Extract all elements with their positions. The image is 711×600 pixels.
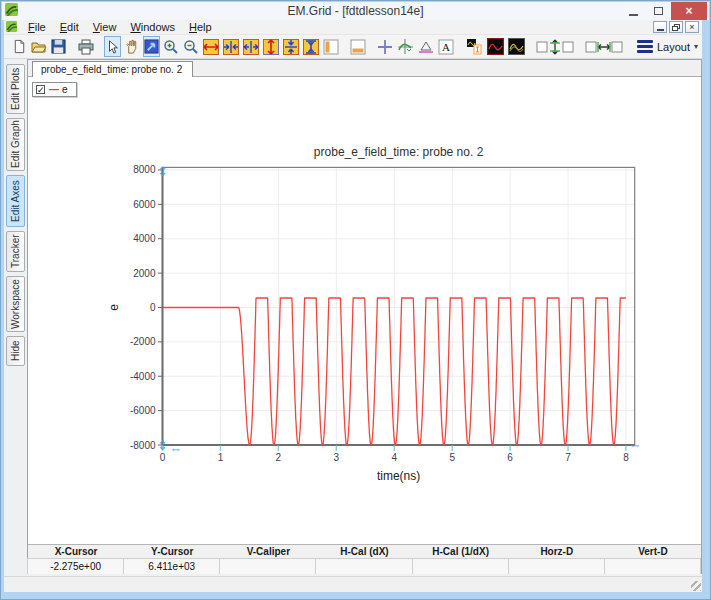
mdi-restore-button[interactable] [669, 21, 683, 33]
sidebar-tab-edit-axes[interactable]: Edit Axes [6, 175, 25, 227]
readout-header-horz-d: Horz-D [509, 545, 605, 558]
dark-plot-red-icon[interactable] [486, 36, 505, 57]
svg-text:2000: 2000 [133, 268, 156, 279]
readout-header-vert-d: Vert-D [605, 545, 701, 558]
legend-checkbox[interactable]: ✓ [36, 85, 45, 94]
plot-tab-strip: probe_e_field_time: probe no. 2 [28, 60, 701, 77]
sidebar-tab-hide[interactable]: Hide [6, 336, 25, 366]
left-margin-icon[interactable] [322, 36, 340, 57]
sidebar-tab-edit-plots[interactable]: Edit Plots [6, 64, 25, 114]
print-icon[interactable] [77, 36, 95, 57]
menu-windows[interactable]: Windows [123, 21, 182, 33]
plot-legend[interactable]: ✓ — e [32, 82, 77, 97]
readout-header-h-cal-1dx: H-Cal (1/dX) [413, 545, 509, 558]
plot-tab[interactable]: probe_e_field_time: probe no. 2 [32, 61, 193, 77]
layout-menu-button[interactable]: Layout ▾ [633, 38, 702, 55]
maximize-button[interactable] [646, 2, 671, 20]
text-label-icon[interactable]: A [437, 36, 455, 57]
readout-value-horz-d [508, 558, 605, 574]
zoom-out-icon[interactable] [182, 36, 200, 57]
svg-text:6000: 6000 [133, 199, 156, 210]
zoom-in-icon[interactable] [162, 36, 180, 57]
svg-text:-4000: -4000 [130, 371, 156, 382]
readout-value-vert-d [604, 558, 701, 574]
select-arrow-icon[interactable] [104, 36, 121, 57]
readout-header-y-cursor: Y-Cursor [124, 545, 220, 558]
app-window: EM.Grid - [fdtdlesson14e] × File Edit Vi… [0, 0, 711, 600]
plot-area[interactable]: 012345678-8000-6000-4000-200002000400060… [28, 78, 701, 544]
tracker-icon[interactable] [396, 36, 415, 57]
fit-y-group-icon[interactable] [535, 36, 575, 57]
mdi-minimize-button[interactable] [653, 21, 667, 33]
scale-x-in-icon[interactable] [242, 36, 260, 57]
pan-hand-icon[interactable] [123, 36, 140, 57]
menu-bar: File Edit View Windows Help × [4, 20, 702, 35]
main-area: Edit Plots Edit Graph Edit Axes Tracker … [4, 59, 702, 576]
sidebar-tab-tracker[interactable]: Tracker [6, 231, 25, 272]
readout-value-v-caliper [219, 558, 316, 574]
document-panel: probe_e_field_time: probe no. 2 01234567… [27, 59, 702, 574]
window-title: EM.Grid - [fdtdlesson14e] [2, 4, 709, 18]
scale-y-out-icon[interactable] [282, 36, 300, 57]
svg-text:A: A [442, 41, 450, 53]
sidebar-tab-edit-graph[interactable]: Edit Graph [6, 118, 25, 171]
menu-help[interactable]: Help [182, 21, 219, 33]
status-bar [4, 576, 702, 592]
expand-y-icon[interactable] [262, 36, 280, 57]
zoom-box-icon[interactable] [143, 36, 160, 57]
legend-line-swatch: — [49, 84, 58, 95]
readout-value-x-cursor: -2.275e+00 [27, 558, 124, 574]
crosshair-icon[interactable] [376, 36, 394, 57]
svg-text:2: 2 [276, 452, 282, 463]
fit-x-group-icon[interactable] [584, 36, 624, 57]
scale-y-in-icon[interactable] [302, 36, 320, 57]
caliper-icon[interactable] [417, 36, 435, 57]
readout-header-h-cal-dx: H-Cal (dX) [316, 545, 412, 558]
x-axis-right-handle-icon[interactable]: ⇔ [628, 437, 641, 452]
document-logo-icon [6, 18, 17, 36]
minimize-button[interactable] [621, 2, 646, 20]
expand-x-icon[interactable] [202, 36, 220, 57]
layout-menu-icon [637, 40, 653, 53]
title-bar[interactable]: EM.Grid - [fdtdlesson14e] × [2, 2, 709, 20]
resize-grip-icon[interactable] [691, 581, 701, 591]
svg-text:0: 0 [160, 452, 166, 463]
close-button[interactable]: × [671, 2, 707, 20]
svg-text:6: 6 [507, 452, 513, 463]
cursor-readout-table: X-Cursor Y-Cursor V-Caliper H-Cal (dX) H… [28, 544, 701, 573]
x-axis-left-handle-icon[interactable]: ⇔ [169, 441, 182, 456]
dropdown-arrow-icon: ▾ [694, 42, 698, 51]
svg-text:-6000: -6000 [130, 405, 156, 416]
open-file-icon[interactable] [30, 36, 48, 57]
svg-text:4000: 4000 [133, 233, 156, 244]
y-axis-top-handle-icon[interactable]: ⇕ [157, 164, 168, 179]
svg-text:8: 8 [623, 452, 629, 463]
toolbar: A Layout ▾ [4, 35, 702, 59]
dark-plot-yellow-icon[interactable] [507, 36, 526, 57]
mdi-close-button[interactable]: × [685, 21, 699, 33]
bottom-margin-icon[interactable] [349, 36, 367, 57]
save-icon[interactable] [50, 36, 67, 57]
sidebar: Edit Plots Edit Graph Edit Axes Tracker … [4, 59, 27, 576]
svg-text:3: 3 [334, 452, 340, 463]
svg-text:-8000: -8000 [130, 440, 156, 451]
svg-text:8000: 8000 [133, 164, 156, 175]
svg-text:-2000: -2000 [130, 336, 156, 347]
svg-text:0: 0 [150, 302, 156, 313]
scale-x-out-icon[interactable] [222, 36, 240, 57]
readout-header-x-cursor: X-Cursor [28, 545, 124, 558]
sidebar-tab-workspace[interactable]: Workspace [6, 276, 25, 332]
plot-canvas[interactable]: 012345678-8000-6000-4000-200002000400060… [28, 78, 701, 544]
plot-export-icon[interactable] [465, 36, 484, 57]
svg-text:7: 7 [565, 452, 571, 463]
menu-edit[interactable]: Edit [53, 21, 86, 33]
svg-text:1: 1 [218, 452, 224, 463]
readout-header-v-caliper: V-Caliper [220, 545, 316, 558]
menu-file[interactable]: File [21, 21, 53, 33]
new-file-icon[interactable] [11, 36, 28, 57]
y-axis-bottom-handle-icon[interactable]: ⇕ [157, 438, 168, 453]
svg-text:5: 5 [449, 452, 455, 463]
menu-view[interactable]: View [86, 21, 124, 33]
chart-title: probe_e_field_time: probe no. 2 [314, 145, 484, 159]
readout-value-y-cursor: 6.411e+03 [123, 558, 220, 574]
